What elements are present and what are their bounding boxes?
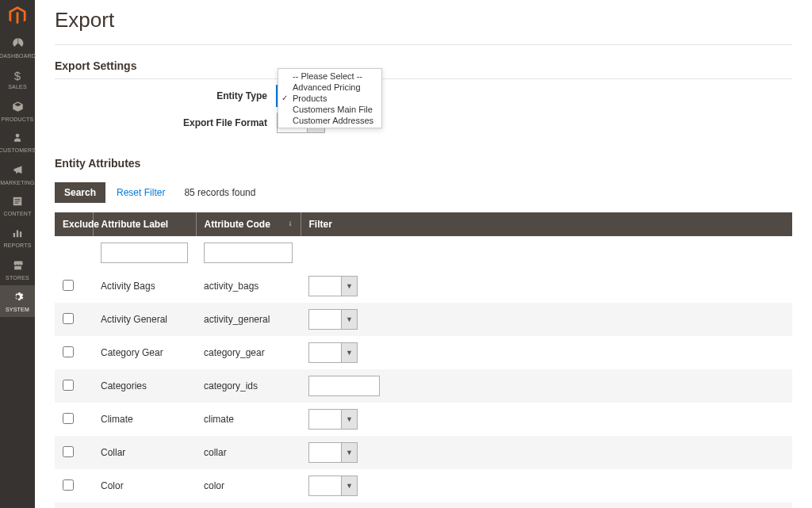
sidebar-item-stores[interactable]: STORES xyxy=(0,254,35,285)
filter-text-input[interactable] xyxy=(308,376,380,396)
filter-cell xyxy=(301,369,792,403)
sidebar-item-dashboard[interactable]: DASHBOARD xyxy=(0,32,35,63)
col-header-filter[interactable]: Filter xyxy=(301,212,792,236)
attribute-code-cell: category_gear xyxy=(196,336,301,369)
filter-cell: ▼ xyxy=(301,403,792,436)
chevron-down-icon: ▼ xyxy=(341,443,357,462)
filter-cell: ▼ xyxy=(301,336,792,369)
export-settings-heading: Export Settings xyxy=(55,59,792,79)
filter-cell: From:To: xyxy=(301,502,792,508)
svg-rect-5 xyxy=(13,233,15,237)
exclude-checkbox[interactable] xyxy=(63,346,74,357)
filter-select[interactable]: ▼ xyxy=(308,476,358,496)
filter-attribute-label-input[interactable] xyxy=(101,243,188,263)
sidebar-item-label: CUSTOMERS xyxy=(0,147,36,153)
records-found: 85 records found xyxy=(184,187,255,198)
exclude-checkbox[interactable] xyxy=(63,413,74,424)
search-button[interactable]: Search xyxy=(55,182,105,203)
svg-rect-4 xyxy=(15,203,19,204)
sidebar-item-label: SALES xyxy=(8,84,27,90)
filter-select[interactable]: ▼ xyxy=(308,309,358,330)
attribute-label-cell: Cost xyxy=(93,502,196,508)
sidebar-item-content[interactable]: CONTENT xyxy=(0,190,35,222)
filter-select[interactable]: ▼ xyxy=(308,276,358,296)
attribute-code-cell: cost xyxy=(196,502,301,508)
sidebar-item-label: MARKETING xyxy=(0,180,34,185)
col-header-code[interactable]: Attribute Code↓ xyxy=(196,212,301,236)
file-format-row: Export File Format CSV ▼ xyxy=(55,113,792,133)
attribute-label-cell: Activity General xyxy=(93,303,196,336)
sidebar: DASHBOARD $ SALES PRODUCTS CUSTOMERS MAR… xyxy=(0,0,35,508)
marketing-icon xyxy=(12,164,24,178)
attribute-label-cell: Color xyxy=(93,469,196,502)
customers-icon xyxy=(12,132,23,146)
stores-icon xyxy=(12,259,24,273)
attribute-label-cell: Activity Bags xyxy=(93,269,196,303)
attribute-code-cell: color xyxy=(196,469,301,502)
sidebar-item-products[interactable]: PRODUCTS xyxy=(0,95,35,127)
dropdown-option-please-select[interactable]: -- Please Select -- xyxy=(278,71,381,82)
sidebar-item-label: STORES xyxy=(6,275,29,281)
table-row: Activity Generalactivity_general▼ xyxy=(55,303,792,336)
filter-select[interactable]: ▼ xyxy=(308,442,358,463)
chevron-down-icon: ▼ xyxy=(341,277,357,296)
system-icon xyxy=(12,291,24,305)
sidebar-item-label: PRODUCTS xyxy=(2,116,34,122)
grid-toolbar: Search Reset Filter 85 records found xyxy=(55,182,792,203)
chevron-down-icon: ▼ xyxy=(341,343,357,362)
file-format-label: Export File Format xyxy=(55,117,277,128)
exclude-checkbox[interactable] xyxy=(63,280,74,291)
sidebar-item-label: DASHBOARD xyxy=(0,53,36,59)
entity-type-row: Entity Type Products ▼ -- Please Select … xyxy=(55,86,792,106)
attribute-code-cell: category_ids xyxy=(196,369,301,403)
table-row: Category Gearcategory_gear▼ xyxy=(55,336,792,369)
table-row: Climateclimate▼ xyxy=(55,403,792,436)
attribute-code-cell: activity_bags xyxy=(196,269,301,303)
col-header-label[interactable]: Attribute Label xyxy=(93,212,196,236)
content-icon xyxy=(12,196,23,209)
sidebar-item-marketing[interactable]: MARKETING xyxy=(0,159,35,190)
exclude-checkbox[interactable] xyxy=(63,380,74,391)
dropdown-option-customer-addresses[interactable]: Customer Addresses xyxy=(278,115,381,126)
dashboard-icon xyxy=(12,37,24,52)
table-row: Collarcollar▼ xyxy=(55,436,792,469)
sidebar-item-label: REPORTS xyxy=(3,243,31,248)
attribute-code-cell: activity_general xyxy=(196,303,301,336)
exclude-checkbox[interactable] xyxy=(63,446,74,457)
dropdown-option-advanced-pricing[interactable]: Advanced Pricing xyxy=(278,82,381,93)
reports-icon xyxy=(12,227,23,241)
sidebar-item-reports[interactable]: REPORTS xyxy=(0,222,35,254)
attribute-code-cell: climate xyxy=(196,403,301,436)
filter-select[interactable]: ▼ xyxy=(308,409,358,430)
filter-cell: ▼ xyxy=(301,469,792,502)
col-header-exclude[interactable]: Exclude xyxy=(55,212,93,236)
dropdown-option-customers-main[interactable]: Customers Main File xyxy=(278,104,381,115)
table-row: Categoriescategory_ids xyxy=(55,369,792,403)
page-title: Export xyxy=(55,0,792,45)
reset-filter-link[interactable]: Reset Filter xyxy=(117,187,165,198)
dropdown-option-products[interactable]: Products xyxy=(278,93,381,104)
entity-type-label: Entity Type xyxy=(55,90,277,101)
svg-rect-6 xyxy=(17,231,18,238)
table-row: Activity Bagsactivity_bags▼ xyxy=(55,269,792,303)
filter-select[interactable]: ▼ xyxy=(308,342,358,363)
chevron-down-icon: ▼ xyxy=(341,310,357,329)
main-content: Export Export Settings Entity Type Produ… xyxy=(35,0,812,508)
table-row: Colorcolor▼ xyxy=(55,469,792,502)
attribute-code-cell: collar xyxy=(196,436,301,469)
sales-icon: $ xyxy=(14,69,21,82)
sidebar-item-sales[interactable]: $ SALES xyxy=(0,63,35,95)
svg-rect-3 xyxy=(15,201,21,201)
svg-point-0 xyxy=(16,134,20,138)
table-row: CostcostFrom:To: xyxy=(55,502,792,508)
filter-attribute-code-input[interactable] xyxy=(204,243,293,263)
sidebar-item-label: SYSTEM xyxy=(6,307,29,312)
filter-cell: ▼ xyxy=(301,436,792,469)
exclude-checkbox[interactable] xyxy=(63,479,74,491)
attribute-label-cell: Category Gear xyxy=(93,336,196,369)
sidebar-item-system[interactable]: SYSTEM xyxy=(0,285,35,317)
exclude-checkbox[interactable] xyxy=(63,313,74,324)
sidebar-item-customers[interactable]: CUSTOMERS xyxy=(0,127,35,159)
magento-logo[interactable] xyxy=(0,0,35,32)
attribute-label-cell: Climate xyxy=(93,403,196,436)
